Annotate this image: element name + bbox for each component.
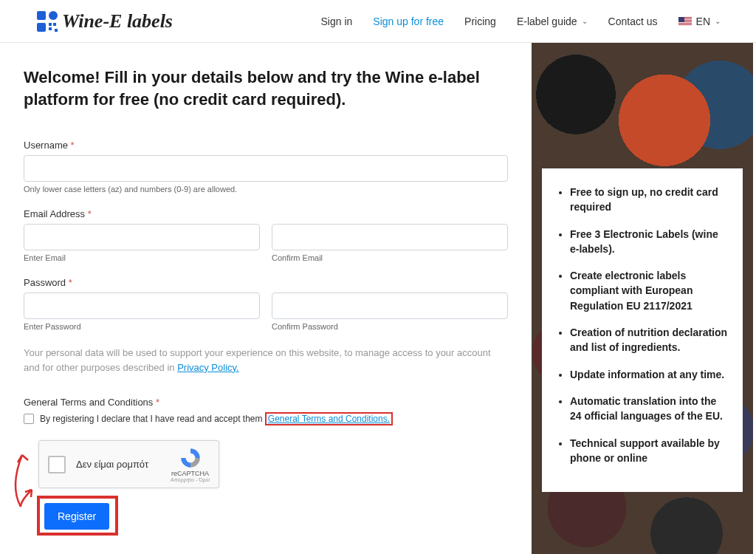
- terms-group: General Terms and Conditions * By regist…: [24, 397, 508, 425]
- password-enter-label: Enter Password: [24, 322, 260, 331]
- logo-icon: [35, 10, 59, 33]
- recaptcha-widget: Δεν είμαι ρομπότ reCAPTCHA Απόρρητο - Όρ…: [38, 440, 219, 488]
- nav: Sign in Sign up for free Pricing E-label…: [321, 16, 721, 27]
- list-item: Creation of nutrition declaration and li…: [570, 325, 728, 355]
- nav-language[interactable]: EN ⌄: [678, 16, 721, 27]
- nav-sign-in[interactable]: Sign in: [321, 16, 353, 27]
- terms-label: General Terms and Conditions *: [24, 397, 508, 408]
- chevron-down-icon: ⌄: [715, 17, 721, 25]
- nav-pricing[interactable]: Pricing: [464, 16, 496, 27]
- recaptcha-terms: Απόρρητο - Όροι: [171, 477, 210, 482]
- email-confirm-input[interactable]: [272, 224, 508, 250]
- list-item: Create electronic labels compliant with …: [570, 268, 728, 313]
- username-input[interactable]: [24, 155, 508, 182]
- username-label: Username *: [24, 140, 508, 151]
- recaptcha-label: Δεν είμαι ρομπότ: [76, 459, 160, 470]
- form-area: Welcome! Fill in your details below and …: [0, 43, 532, 554]
- logo[interactable]: Wine-E labels: [35, 10, 173, 33]
- svg-rect-4: [53, 23, 56, 26]
- email-group: Email Address * Enter Email Confirm Emai…: [24, 208, 508, 262]
- list-item: Update information at any time.: [570, 367, 728, 382]
- list-item: Technical support available by phone or …: [570, 436, 728, 466]
- list-item: Free 3 Electronic Labels (wine e-labels)…: [570, 227, 728, 257]
- password-confirm-input[interactable]: [272, 293, 508, 319]
- sidebar: Free to sign up, no credit card required…: [532, 43, 753, 554]
- required-icon: *: [156, 397, 159, 408]
- email-enter-label: Enter Email: [24, 253, 260, 262]
- nav-contact[interactable]: Contact us: [608, 16, 658, 27]
- svg-rect-6: [55, 29, 58, 32]
- password-label: Password *: [24, 277, 508, 288]
- page-title: Welcome! Fill in your details below and …: [24, 66, 508, 110]
- terms-check-text: By registering I declare that I have rea…: [40, 412, 393, 425]
- main-container: Welcome! Fill in your details below and …: [0, 43, 756, 554]
- recaptcha-brand: reCAPTCHA: [171, 470, 210, 477]
- nav-elabel-guide[interactable]: E-label guide ⌄: [517, 16, 588, 27]
- recaptcha-checkbox[interactable]: [48, 456, 66, 473]
- nav-language-label: EN: [696, 16, 710, 27]
- register-highlight-box: Register: [37, 496, 118, 536]
- terms-checkbox[interactable]: [24, 414, 34, 424]
- chevron-down-icon: ⌄: [582, 17, 588, 25]
- svg-rect-3: [49, 23, 52, 26]
- username-hint: Only lower case letters (az) and numbers…: [24, 185, 508, 194]
- logo-text: Wine-E labels: [62, 10, 173, 33]
- header: Wine-E labels Sign in Sign up for free P…: [0, 0, 756, 43]
- svg-rect-1: [49, 11, 58, 20]
- required-icon: *: [69, 277, 72, 288]
- privacy-policy-link[interactable]: Privacy Policy.: [177, 362, 239, 373]
- flag-icon: [678, 17, 692, 26]
- email-label: Email Address *: [24, 208, 508, 219]
- benefits-list: Free to sign up, no credit card required…: [557, 185, 728, 465]
- svg-rect-0: [37, 11, 46, 20]
- email-input[interactable]: [24, 224, 260, 250]
- nav-sign-up[interactable]: Sign up for free: [373, 16, 444, 27]
- annotation-arrow-icon: [6, 449, 35, 508]
- terms-link[interactable]: General Terms and Conditions.: [268, 414, 390, 424]
- email-confirm-label: Confirm Email: [272, 253, 508, 262]
- svg-rect-5: [49, 27, 52, 30]
- recaptcha-badge: reCAPTCHA Απόρρητο - Όροι: [171, 446, 210, 482]
- nav-elabel-guide-label: E-label guide: [517, 16, 577, 27]
- terms-link-highlight-box: General Terms and Conditions.: [265, 412, 393, 425]
- recaptcha-logo-icon: [179, 446, 202, 470]
- list-item: Automatic translation into the 24 offici…: [570, 394, 728, 424]
- privacy-text: Your personal data will be used to suppo…: [24, 346, 508, 375]
- password-group: Password * Enter Password Confirm Passwo…: [24, 277, 508, 331]
- username-group: Username * Only lower case letters (az) …: [24, 140, 508, 194]
- svg-rect-2: [37, 23, 46, 32]
- required-icon: *: [71, 140, 75, 151]
- password-confirm-label: Confirm Password: [272, 322, 508, 331]
- register-button[interactable]: Register: [44, 503, 109, 530]
- required-icon: *: [88, 208, 92, 219]
- password-input[interactable]: [24, 293, 260, 319]
- list-item: Free to sign up, no credit card required: [570, 185, 728, 215]
- benefits-box: Free to sign up, no credit card required…: [542, 168, 743, 492]
